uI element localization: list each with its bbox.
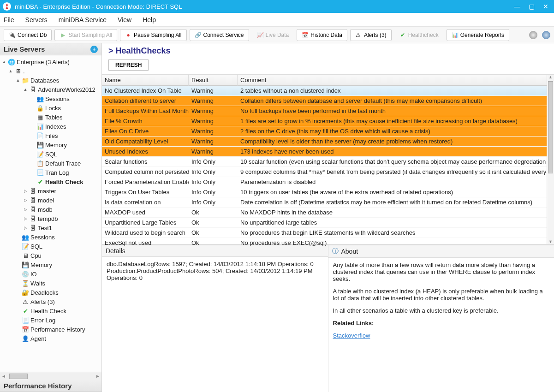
tree-srv-healthcheck[interactable]: ✔Health Check (0, 307, 101, 315)
grid-cell[interactable]: Full Backups Within Last Month (102, 106, 189, 116)
grid-cell[interactable]: Unused Indexes (102, 147, 189, 157)
help-icon[interactable] (542, 31, 550, 39)
start-sampling-button[interactable]: ▶Start Sampling All (54, 29, 117, 41)
grid-cell[interactable]: Warning (189, 147, 238, 157)
column-header[interactable]: Comment (238, 75, 554, 86)
grid-cell[interactable]: No Clustered Index On Table (102, 86, 189, 96)
grid-cell[interactable]: 10 scalar function (even using scalar fu… (238, 157, 554, 167)
tree-srv-cpu[interactable]: 🖥Cpu (0, 251, 101, 260)
tree-db-msdb[interactable]: ▷🗄msdb (0, 205, 101, 214)
grid-vscrollbar[interactable]: ▲▼ (547, 75, 554, 244)
live-data-button[interactable]: 📈Live Data (252, 29, 294, 41)
menu-help[interactable]: Help (143, 16, 156, 24)
grid-cell[interactable]: MAXDOP used (102, 208, 189, 218)
grid-cell[interactable]: Forced Parameterization Enabled (102, 177, 189, 187)
grid-cell[interactable]: No procedures that begin LIKE statements… (238, 228, 554, 238)
tree-srv-alerts[interactable]: ⚠Alerts (3) (0, 297, 101, 306)
grid-cell[interactable]: Old Compatability Level (102, 137, 189, 147)
tree-srv-waits[interactable]: ⏳Waits (0, 279, 101, 287)
grid-cell[interactable]: Warning (189, 137, 238, 147)
grid-cell[interactable]: Info Only (189, 197, 238, 208)
tree-health-check[interactable]: ✔Health Check (0, 178, 101, 186)
menu-service[interactable]: miniDBA Service (59, 16, 107, 24)
grid-cell[interactable]: Parameterization is disabled (238, 177, 554, 187)
live-servers-header[interactable]: Live Servers + (0, 43, 101, 55)
server-tree[interactable]: ▲🌐Enterprise (3 Alerts) ▲🖥. ▲📁Databases … (0, 55, 101, 372)
grid-cell[interactable]: Info Only (189, 187, 238, 197)
grid-cell[interactable]: No full backups have been performed in t… (238, 106, 554, 116)
menu-file[interactable]: File (4, 16, 14, 24)
grid-cell[interactable]: 173 indexes have never been used (238, 147, 554, 157)
tree-server[interactable]: ▲🖥. (0, 67, 101, 75)
grid-cell[interactable]: Unpartitioned Large Tables (102, 218, 189, 228)
connect-db-button[interactable]: 🔌Connect Db (4, 29, 52, 41)
tree-sql[interactable]: 📝SQL (0, 150, 101, 158)
sidebar-hscrollbar[interactable]: ◄► (0, 372, 101, 380)
tree-db-adventureworks[interactable]: ▲🗄AdventureWorks2012 (0, 85, 101, 94)
pause-sampling-button[interactable]: ●Pause Sampling All (120, 29, 186, 41)
grid-cell[interactable]: Triggers On User Tables (102, 187, 189, 197)
refresh-button[interactable]: REFRESH (108, 59, 149, 71)
grid-cell[interactable]: Collation differs between database and s… (238, 96, 554, 106)
tree-sessions[interactable]: 👥Sessions (0, 95, 101, 103)
tree-srv-sql[interactable]: 📝SQL (0, 242, 101, 250)
tree-srv-sessions[interactable]: 👥Sessions (0, 233, 101, 241)
grid-cell[interactable]: Warning (189, 116, 238, 126)
grid-cell[interactable]: Files On C Drive (102, 126, 189, 137)
settings-icon[interactable] (529, 31, 537, 39)
grid-cell[interactable]: File % Growth (102, 116, 189, 126)
tree-srv-memory[interactable]: 💾Memory (0, 261, 101, 269)
grid-cell[interactable]: Ok (189, 228, 238, 238)
grid-cell[interactable]: Info Only (189, 157, 238, 167)
grid-cell[interactable]: Is data correlation on (102, 197, 189, 208)
tree-indexes[interactable]: 📊Indexes (0, 122, 101, 131)
tree-db-model[interactable]: ▷🗄model (0, 196, 101, 204)
tree-memory[interactable]: 💾Memory (0, 141, 101, 149)
grid-cell[interactable]: No procedures use EXEC(@sql) (238, 238, 554, 248)
grid-cell[interactable]: Computed column not persisted (102, 167, 189, 177)
grid-cell[interactable]: Info Only (189, 167, 238, 177)
historic-data-button[interactable]: 📅Historic Data (297, 29, 347, 41)
grid-cell[interactable]: Date correlation is off (Datetime statis… (238, 197, 554, 208)
results-grid[interactable]: NameResultCommentNo Clustered Index On T… (102, 75, 554, 248)
add-server-icon[interactable]: + (90, 46, 98, 53)
tree-tables[interactable]: ▦Tables (0, 113, 101, 121)
menu-servers[interactable]: Servers (25, 16, 48, 24)
tree-srv-io[interactable]: 💿IO (0, 270, 101, 278)
grid-cell[interactable]: 2 tables without a non clustered index (238, 86, 554, 96)
grid-cell[interactable]: Wildcard used to begin search (102, 228, 189, 238)
grid-cell[interactable]: No unpartitioned large tables (238, 218, 554, 228)
tree-enterprise[interactable]: ▲🌐Enterprise (3 Alerts) (0, 58, 101, 66)
generate-reports-button[interactable]: 📊Generate Reports (447, 29, 509, 41)
alerts-button[interactable]: ⚠Alerts (3) (350, 29, 392, 41)
grid-cell[interactable]: Warning (189, 86, 238, 96)
grid-cell[interactable]: Collation different to server (102, 96, 189, 106)
healthcheck-button[interactable]: ✔Healthcheck (394, 29, 444, 41)
grid-cell[interactable]: Ok (189, 208, 238, 218)
tree-srv-perfhistory[interactable]: 📅Performance History (0, 325, 101, 333)
stackoverflow-link[interactable]: Stackoverflow (333, 332, 370, 339)
grid-cell[interactable]: ExecSql not used (102, 238, 189, 248)
grid-cell[interactable]: 2 files on the C drive (this may fill th… (238, 126, 554, 137)
performance-history-header[interactable]: Performance History (0, 380, 101, 392)
close-button[interactable]: ✕ (543, 3, 548, 10)
grid-cell[interactable]: Compatibility level is older than the se… (238, 137, 554, 147)
column-header[interactable]: Name (102, 75, 189, 86)
tree-srv-agent[interactable]: 👤Agent (0, 334, 101, 343)
column-header[interactable]: Result (189, 75, 238, 86)
tree-databases[interactable]: ▲📁Databases (0, 76, 101, 84)
tree-db-tempdb[interactable]: ▷🗄tempdb (0, 214, 101, 223)
tree-srv-deadlocks[interactable]: 🔐Deadlocks (0, 288, 101, 297)
grid-cell[interactable]: Warning (189, 106, 238, 116)
menu-view[interactable]: View (118, 16, 131, 24)
tree-locks[interactable]: 🔒Locks (0, 104, 101, 112)
connect-service-button[interactable]: 🔗Connect Service (190, 29, 249, 41)
grid-cell[interactable]: Ok (189, 238, 238, 248)
grid-cell[interactable]: 1 files are set to grow in % increments … (238, 116, 554, 126)
minimize-button[interactable]: — (514, 3, 520, 10)
grid-cell[interactable]: Warning (189, 126, 238, 137)
grid-cell[interactable]: Warning (189, 96, 238, 106)
grid-cell[interactable]: Scalar functions (102, 157, 189, 167)
tree-db-master[interactable]: ▷🗄master (0, 187, 101, 195)
grid-cell[interactable]: Ok (189, 218, 238, 228)
